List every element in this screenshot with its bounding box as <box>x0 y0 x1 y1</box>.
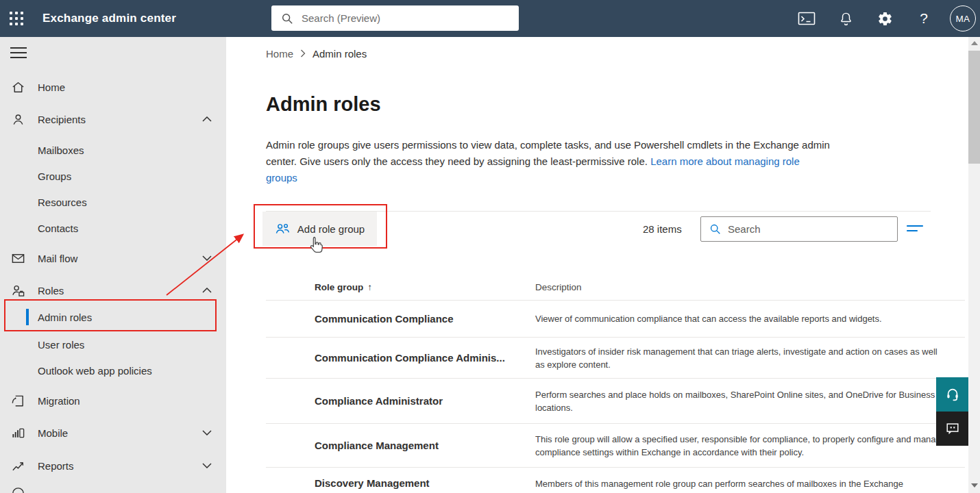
help-glyph: ? <box>920 10 928 27</box>
sidebar-item-owa-policies[interactable]: Outlook web app policies <box>0 357 226 383</box>
global-search[interactable] <box>271 5 519 31</box>
column-header-role-group[interactable]: Role group↑ <box>266 282 535 292</box>
main-content: Home Admin roles Admin roles Admin role … <box>226 37 968 493</box>
table-row[interactable]: Communication Compliance Viewer of commu… <box>266 300 965 337</box>
vertical-scrollbar[interactable] <box>968 37 980 493</box>
left-navigation: Home Recipients Mailboxes Groups Resourc… <box>0 37 226 493</box>
sidebar-item-roles[interactable]: Roles <box>0 275 226 306</box>
sidebar-item-admin-roles[interactable]: Admin roles <box>0 303 226 331</box>
role-group-description: This role group will allow a specified u… <box>535 424 965 467</box>
breadcrumb-home-link[interactable]: Home <box>266 48 293 60</box>
sidebar-item-migration[interactable]: Migration <box>0 385 226 416</box>
sidebar-item-label: Roles <box>38 285 64 296</box>
sidebar-item-label: Admin roles <box>38 312 92 323</box>
search-icon <box>281 12 293 25</box>
add-role-group-button[interactable]: Add role group <box>262 212 377 246</box>
page-title: Admin roles <box>266 93 381 116</box>
sidebar-item-recipients[interactable]: Recipients <box>0 103 226 135</box>
table-search[interactable] <box>700 216 898 242</box>
headset-icon <box>945 387 960 402</box>
role-group-name: Discovery Management <box>266 468 535 493</box>
app-title: Exchange admin center <box>42 0 176 37</box>
sidebar-item-label: Migration <box>38 395 80 407</box>
menu-toggle-icon[interactable] <box>10 45 27 60</box>
scrollbar-thumb[interactable] <box>968 51 980 164</box>
sidebar-item-label: Resources <box>38 197 87 208</box>
sidebar-item-user-roles[interactable]: User roles <box>0 331 226 357</box>
sidebar-item-contacts[interactable]: Contacts <box>0 215 226 241</box>
role-group-description: Perform searches and place holds on mail… <box>535 379 965 423</box>
top-app-bar: Exchange admin center ? MA <box>0 0 980 37</box>
sidebar-item-label: Outlook web app policies <box>38 365 152 377</box>
items-count: 28 items <box>643 212 682 246</box>
sidebar-item-label: Mail flow <box>38 253 77 264</box>
role-group-name: Compliance Management <box>266 424 535 467</box>
filter-icon[interactable] <box>906 222 924 236</box>
line-chart-icon <box>11 458 26 473</box>
waffle-icon[interactable] <box>9 11 24 26</box>
breadcrumb-current: Admin roles <box>313 48 367 60</box>
sidebar-item-label: Home <box>38 81 65 93</box>
table-row[interactable]: Communication Compliance Adminis... Inve… <box>266 337 965 378</box>
chevron-up-icon[interactable] <box>202 116 212 122</box>
chevron-down-icon[interactable] <box>202 463 212 468</box>
migration-icon <box>11 393 26 408</box>
settings-circle-icon-partial <box>11 486 25 493</box>
table-search-input[interactable] <box>728 223 885 235</box>
scroll-up-arrow[interactable] <box>971 41 978 45</box>
role-group-description: Viewer of communication compliance that … <box>535 301 965 337</box>
table-row[interactable]: Discovery Management Members of this man… <box>266 467 965 493</box>
role-group-description: Investigators of insider risk management… <box>535 338 965 378</box>
selected-indicator <box>26 309 29 325</box>
scroll-down-arrow[interactable] <box>971 483 978 488</box>
sidebar-item-label: Mailboxes <box>38 144 84 156</box>
account-avatar[interactable]: MA <box>950 5 976 31</box>
breadcrumb: Home Admin roles <box>266 45 367 62</box>
table-row[interactable]: Compliance Management This role group wi… <box>266 423 965 467</box>
sidebar-item-label: User roles <box>38 339 84 351</box>
role-group-name: Communication Compliance Adminis... <box>266 338 535 378</box>
person-briefcase-icon <box>11 283 26 298</box>
chevron-down-icon[interactable] <box>202 255 212 261</box>
role-group-description: Members of this management role group ca… <box>535 468 965 493</box>
sidebar-item-label: Reports <box>38 460 74 472</box>
feedback-chat-icon <box>945 421 960 436</box>
table-row[interactable]: Compliance Administrator Perform searche… <box>266 378 965 423</box>
notifications-bell-icon[interactable] <box>832 0 859 37</box>
sidebar-item-home[interactable]: Home <box>0 71 226 103</box>
sidebar-item-groups[interactable]: Groups <box>0 163 226 189</box>
sidebar-item-label: Recipients <box>38 114 86 125</box>
search-icon <box>709 223 721 235</box>
sidebar-item-reports[interactable]: Reports <box>0 450 226 481</box>
avatar-initials: MA <box>955 14 970 24</box>
sidebar-item-resources[interactable]: Resources <box>0 189 226 215</box>
sidebar-item-mobile[interactable]: Mobile <box>0 417 226 448</box>
person-icon <box>11 112 26 127</box>
description-header-label: Description <box>535 282 582 292</box>
support-button[interactable] <box>936 377 968 412</box>
global-search-input[interactable] <box>302 12 500 24</box>
settings-gear-icon[interactable] <box>871 0 898 37</box>
sort-ascending-icon: ↑ <box>367 282 372 292</box>
sidebar-item-label: Contacts <box>38 223 78 234</box>
sidebar-item-mail-flow[interactable]: Mail flow <box>0 242 226 274</box>
table-header-row: Role group↑ Description <box>266 274 965 300</box>
chevron-up-icon[interactable] <box>202 288 212 293</box>
sidebar-item-mailboxes[interactable]: Mailboxes <box>0 137 226 163</box>
powershell-icon[interactable] <box>793 0 820 37</box>
role-group-name: Compliance Administrator <box>266 379 535 423</box>
role-group-header-label: Role group <box>315 282 363 292</box>
roles-table: Role group↑ Description Communication Co… <box>266 274 965 493</box>
sidebar-item-label: Groups <box>38 170 71 182</box>
column-header-description[interactable]: Description <box>535 282 965 292</box>
add-group-people-icon <box>275 223 291 236</box>
page-description: Admin role groups give users permissions… <box>266 137 833 186</box>
help-icon[interactable]: ? <box>910 0 938 37</box>
home-icon <box>11 79 26 94</box>
mail-icon <box>11 251 26 266</box>
mobile-stats-icon <box>11 425 26 440</box>
chevron-right-icon <box>300 49 306 58</box>
add-role-group-label: Add role group <box>297 223 365 235</box>
feedback-button[interactable] <box>936 412 968 446</box>
chevron-down-icon[interactable] <box>202 430 212 435</box>
